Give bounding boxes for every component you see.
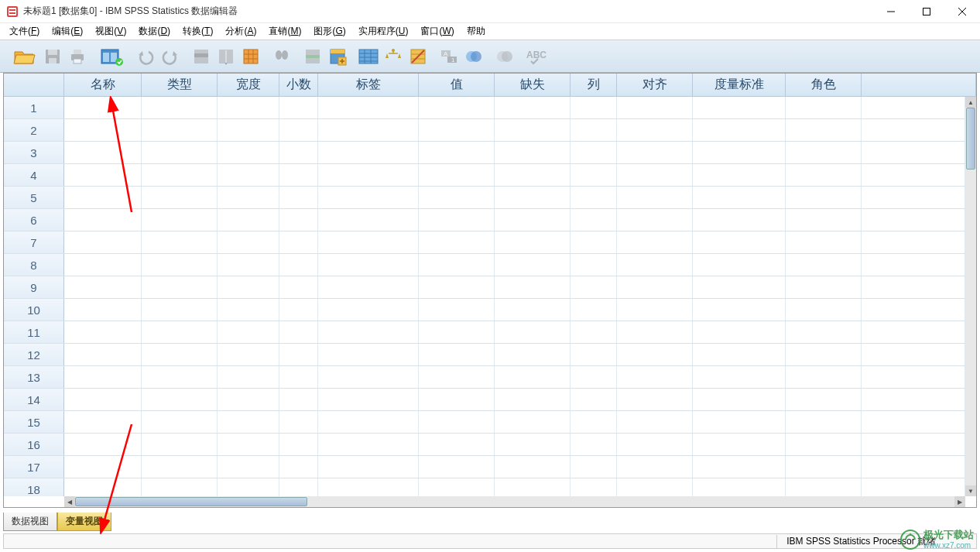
grid-cell[interactable] (617, 456, 693, 478)
scroll-up-arrow[interactable]: ▲ (965, 97, 976, 108)
undo-icon[interactable] (135, 46, 156, 67)
grid-cell[interactable] (318, 231, 419, 253)
grid-cell[interactable] (571, 389, 617, 410)
grid-cell[interactable] (571, 411, 617, 433)
minimize-button[interactable] (873, 0, 909, 23)
grid-cell[interactable] (571, 254, 617, 276)
grid-cell[interactable] (218, 389, 279, 410)
grid-cell[interactable] (786, 344, 862, 365)
grid-cell[interactable] (279, 164, 318, 186)
grid-cell[interactable] (419, 164, 495, 186)
grid-cell[interactable] (218, 434, 279, 455)
grid-cell[interactable] (786, 254, 862, 276)
grid-cell[interactable] (617, 142, 693, 163)
grid-cell[interactable] (318, 344, 419, 365)
open-icon[interactable] (11, 46, 39, 67)
grid-cell[interactable] (419, 254, 495, 276)
find-icon[interactable] (271, 46, 293, 67)
grid-cell[interactable] (218, 276, 279, 298)
grid-cell[interactable] (64, 299, 142, 321)
grid-cell[interactable] (495, 209, 571, 231)
scroll-left-arrow[interactable]: ◀ (64, 496, 75, 507)
grid-cell[interactable] (495, 456, 571, 478)
row-header[interactable]: 7 (4, 231, 64, 253)
grid-cell[interactable] (318, 299, 419, 321)
grid-cell[interactable] (617, 209, 693, 231)
grid-cell[interactable] (495, 142, 571, 163)
grid-cell[interactable] (786, 366, 862, 388)
grid-cell[interactable] (64, 276, 142, 298)
grid-cell[interactable] (279, 299, 318, 321)
grid-cell[interactable] (218, 254, 279, 276)
grid-cell[interactable] (786, 97, 862, 118)
menu-视图[interactable]: 视图(V) (89, 23, 132, 39)
grid-cell[interactable] (279, 321, 318, 343)
grid-cell[interactable] (571, 456, 617, 478)
grid-cell[interactable] (64, 97, 142, 118)
scroll-right-arrow[interactable]: ▶ (954, 496, 965, 507)
grid-cell[interactable] (786, 299, 862, 321)
grid-cell[interactable] (786, 389, 862, 410)
grid-cell[interactable] (279, 389, 318, 410)
row-header[interactable]: 16 (4, 434, 64, 455)
grid-cell[interactable] (495, 321, 571, 343)
redo-icon[interactable] (159, 46, 181, 67)
split-file-icon[interactable] (358, 46, 379, 67)
scroll-down-arrow[interactable]: ▼ (965, 485, 976, 496)
grid-cell[interactable] (64, 321, 142, 343)
grid-cell[interactable] (693, 344, 786, 365)
recall-dialog-icon[interactable] (98, 46, 125, 67)
grid-cell[interactable] (142, 276, 218, 298)
grid-cell[interactable] (318, 276, 419, 298)
grid-cell[interactable] (64, 434, 142, 455)
grid-cell[interactable] (318, 164, 419, 186)
grid-cell[interactable] (617, 434, 693, 455)
grid-cell[interactable] (495, 254, 571, 276)
spellcheck-icon[interactable]: ABC (525, 46, 547, 67)
grid-cell[interactable] (786, 119, 862, 141)
grid-cell[interactable] (495, 344, 571, 365)
close-button[interactable] (944, 0, 980, 23)
menu-转换[interactable]: 转换(T) (176, 23, 219, 39)
grid-cell[interactable] (218, 97, 279, 118)
grid-cell[interactable] (419, 209, 495, 231)
grid-cell[interactable] (318, 478, 419, 496)
goto-variable-icon[interactable] (215, 46, 237, 67)
menu-实用程序[interactable]: 实用程序(U) (352, 23, 415, 39)
grid-cell[interactable] (218, 478, 279, 496)
grid-cell[interactable] (693, 434, 786, 455)
grid-cell[interactable] (419, 119, 495, 141)
grid-cell[interactable] (218, 411, 279, 433)
grid-cell[interactable] (218, 321, 279, 343)
grid-cell[interactable] (318, 389, 419, 410)
column-header-度量标准[interactable]: 度量标准 (693, 74, 786, 96)
grid-cell[interactable] (617, 97, 693, 118)
grid-cell[interactable] (279, 366, 318, 388)
grid-cell[interactable] (617, 389, 693, 410)
grid-cell[interactable] (571, 321, 617, 343)
row-header[interactable]: 3 (4, 142, 64, 163)
grid-cell[interactable] (571, 231, 617, 253)
grid-cell[interactable] (318, 456, 419, 478)
grid-cell[interactable] (64, 254, 142, 276)
row-header[interactable]: 8 (4, 254, 64, 276)
insert-variable-icon[interactable] (327, 46, 348, 67)
grid-cell[interactable] (318, 434, 419, 455)
grid-cell[interactable] (786, 231, 862, 253)
row-header[interactable]: 4 (4, 164, 64, 186)
grid-cell[interactable] (693, 231, 786, 253)
grid-cell[interactable] (279, 411, 318, 433)
grid-cell[interactable] (786, 411, 862, 433)
grid-cell[interactable] (617, 164, 693, 186)
column-header-类型[interactable]: 类型 (142, 74, 218, 96)
row-header[interactable]: 1 (4, 97, 64, 118)
grid-cell[interactable] (786, 456, 862, 478)
column-header-缺失[interactable]: 缺失 (495, 74, 571, 96)
grid-cell[interactable] (218, 299, 279, 321)
grid-cell[interactable] (279, 434, 318, 455)
grid-cell[interactable] (64, 142, 142, 163)
menu-直销[interactable]: 直销(M) (262, 23, 307, 39)
grid-cell[interactable] (318, 366, 419, 388)
grid-cell[interactable] (495, 299, 571, 321)
menu-窗口[interactable]: 窗口(W) (414, 23, 460, 39)
